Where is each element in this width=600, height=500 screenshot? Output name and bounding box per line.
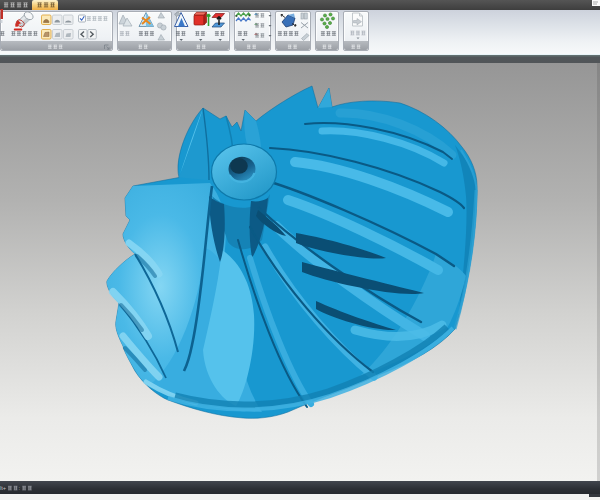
svg-text:lt+: lt+ [0,485,7,491]
svg-text::: : [19,485,21,491]
